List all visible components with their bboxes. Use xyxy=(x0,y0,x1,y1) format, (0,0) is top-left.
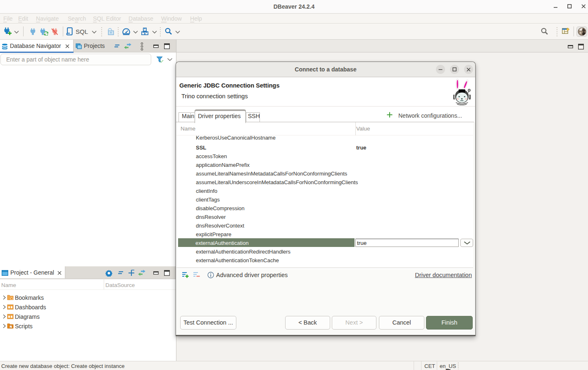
svg-text:s: s xyxy=(10,326,11,328)
